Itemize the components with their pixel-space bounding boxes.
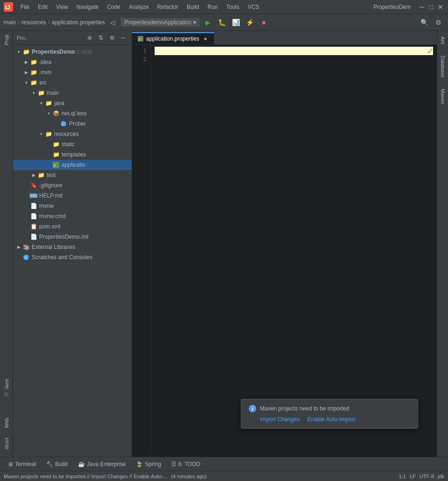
enable-auto-import-link[interactable]: Enable Auto-Import [307, 416, 355, 423]
tree-item-root[interactable]: ▾ 📁 PropertiesDemo E:\框架 [13, 47, 132, 57]
gitignore-label: .gitignore [39, 182, 62, 189]
tree-item-gitignore[interactable]: ▶ 🔖 .gitignore [13, 180, 132, 191]
menu-build[interactable]: Build [183, 3, 203, 11]
svg-text:S: S [24, 255, 27, 260]
tree-item-scratches[interactable]: ▶ S Scratches and Consoles [13, 252, 132, 262]
sidebar-tab-favorites[interactable]: 2: Favorites [1, 378, 12, 389]
breadcrumb-main[interactable]: main [4, 19, 16, 26]
sidebar-tab-project[interactable]: 1: Project [1, 35, 12, 46]
tree-item-appprops[interactable]: ▶ p applicatio [13, 160, 132, 170]
sidebar-tab-structure[interactable]: Z: Structure [1, 438, 12, 449]
right-tab-maven[interactable]: Maven [439, 87, 447, 106]
right-tab-database[interactable]: Database [439, 54, 447, 79]
breadcrumb-resources[interactable]: resources [21, 19, 46, 26]
tree-item-static[interactable]: ▶ 📁 static [13, 139, 132, 149]
menu-file[interactable]: File [17, 3, 33, 11]
net-package-icon: 📦 [52, 110, 60, 117]
debug-button[interactable]: 🐛 [216, 16, 228, 28]
tree-item-test[interactable]: ▶ 📁 test [13, 170, 132, 180]
code-line-1 [154, 47, 433, 55]
tab-close-button[interactable]: ✕ [202, 35, 209, 42]
test-folder-icon: 📁 [37, 171, 45, 179]
menu-code[interactable]: Code [103, 3, 124, 11]
tree-item-idea[interactable]: ▶ 📁 .idea [13, 57, 132, 67]
scratches-icon: S [22, 254, 30, 261]
tree-item-properdemo[interactable]: ▶ J Prober [13, 119, 132, 129]
close-button[interactable]: ✕ [437, 3, 444, 11]
root-folder-icon: 📁 [22, 48, 30, 56]
menu-refactor[interactable]: Refactor [154, 3, 182, 11]
status-encoding[interactable]: LF [410, 474, 416, 479]
java-arrow: ▾ [37, 99, 45, 107]
java-label: java [54, 100, 64, 106]
text-cursor [154, 48, 155, 54]
back-button[interactable]: ◁ [107, 16, 119, 28]
bottom-tab-java-enterprise[interactable]: ☕ Java Enterprise [73, 458, 130, 470]
bottom-tab-todo[interactable]: ☰ 6: TODO [167, 458, 205, 470]
menu-view[interactable]: View [52, 3, 72, 11]
bottom-tab-build[interactable]: 🔨 Build [42, 458, 72, 470]
menu-edit[interactable]: Edit [34, 3, 51, 11]
breadcrumb-file[interactable]: application.properties [52, 19, 105, 26]
status-position[interactable]: 1:1 [399, 474, 406, 479]
code-line-2 [154, 55, 433, 64]
editor-content[interactable]: 1 2 ✓ [132, 45, 437, 457]
spring-icon: 🍃 [136, 461, 143, 467]
tree-item-templates[interactable]: ▶ 📁 templates [13, 149, 132, 160]
editor-area: p application.properties ✕ 1 2 [132, 31, 437, 457]
import-changes-link[interactable]: Import Changes [260, 416, 300, 423]
maximize-button[interactable]: □ [427, 3, 435, 11]
static-folder-icon: 📁 [52, 141, 60, 148]
tree-item-extlibs[interactable]: ▶ 📚 External Libraries [13, 242, 132, 252]
run-button[interactable]: ▶ [202, 16, 214, 28]
tree-item-mvnwcmd[interactable]: ▶ 📄 mvnw.cmd [13, 211, 132, 221]
tree-item-pomxml[interactable]: ▶ 📋 pom.xml [13, 221, 132, 232]
coverage-button[interactable]: 📊 [230, 16, 242, 28]
java-folder-icon: 📁 [45, 99, 52, 107]
menu-tools[interactable]: Tools [223, 3, 243, 11]
svg-text:J: J [62, 122, 63, 126]
tree-item-helpmd[interactable]: ▶ MD HELP.md [13, 191, 132, 201]
sidebar-tab-web[interactable]: Web [1, 417, 12, 429]
tree-item-main[interactable]: ▾ 📁 main [13, 88, 132, 98]
status-bar: Maven projects need to be imported // Im… [0, 471, 448, 481]
status-message: Maven projects need to be imported // Im… [4, 474, 167, 479]
bottom-toolbar: ⊞ Terminal 🔨 Build ☕ Java Enterprise 🍃 S… [0, 457, 448, 471]
profile-button[interactable]: ⚡ [244, 16, 256, 28]
menu-analyze[interactable]: Analyze [125, 3, 153, 11]
right-tab-ant[interactable]: Ant [439, 35, 447, 46]
notification-header: i Maven projects need to be imported [249, 405, 410, 412]
mvnw-icon: 📄 [30, 202, 37, 210]
menu-bar: File Edit View Navigate Code Analyze Ref… [17, 3, 366, 11]
todo-icon: ☰ [171, 461, 176, 467]
star-icon[interactable]: ☆ [3, 389, 9, 399]
menu-navigate[interactable]: Navigate [73, 3, 102, 11]
stop-button[interactable]: ■ [258, 16, 270, 28]
editor-tabs: p application.properties ✕ [132, 31, 437, 45]
bottom-tab-terminal[interactable]: ⊞ Terminal [4, 458, 41, 470]
editor-tab-appprops[interactable]: p application.properties ✕ [132, 32, 214, 44]
panel-sync-button[interactable]: ⇅ [96, 33, 105, 42]
tree-item-mvnw[interactable]: ▶ 📄 mvnw [13, 201, 132, 211]
tree-item-iml[interactable]: ▶ 📄 PropertiesDemo.iml [13, 232, 132, 242]
tree-item-src[interactable]: ▾ 📁 src [13, 78, 132, 88]
notification-info-icon: i [249, 405, 256, 412]
panel-settings-button[interactable]: ⚙ [107, 33, 117, 42]
file-tree: ▾ 📁 PropertiesDemo E:\框架 ▶ 📁 .idea ▶ 📁 .… [13, 45, 132, 457]
settings-button[interactable]: ⚙ [432, 16, 444, 28]
tree-item-java[interactable]: ▾ 📁 java [13, 98, 132, 108]
panel-close-button[interactable]: ─ [119, 33, 128, 42]
menu-vcs[interactable]: VCS [244, 3, 263, 11]
line-numbers: 1 2 [132, 45, 151, 457]
search-everywhere-button[interactable]: 🔍 [418, 16, 430, 28]
minimize-button[interactable]: ─ [418, 3, 426, 11]
tree-item-net[interactable]: ▾ 📦 net.ql.less [13, 108, 132, 119]
tree-item-mvn[interactable]: ▶ 📁 .mvn [13, 67, 132, 78]
code-editor[interactable] [151, 45, 437, 457]
run-config-dropdown[interactable]: PropertiesdemoApplication ▾ [121, 18, 200, 27]
panel-new-button[interactable]: ⊕ [85, 33, 94, 42]
menu-run[interactable]: Run [204, 3, 222, 11]
tree-item-resources[interactable]: ▾ 📁 resources [13, 129, 132, 139]
status-charset[interactable]: UTF-8 [420, 474, 434, 479]
bottom-tab-spring[interactable]: 🍃 Spring [131, 458, 166, 470]
